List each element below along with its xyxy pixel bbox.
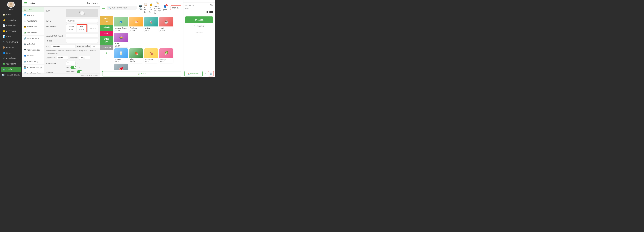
settings-nav-store[interactable]: 🏠 ร้านค้า [22,6,44,12]
cart-delete-btn[interactable]: 🗑️ [208,71,214,76]
nav-language-icon: 🌐 [24,14,26,16]
cart-header [184,0,214,3]
product-price-2: 175.00 [129,30,143,32]
product-card-1[interactable]: 🐟 กระปุกปลาผัดปลา 120.00 [114,17,128,32]
machine-id-input[interactable] [90,44,100,48]
sidebar-item-settings[interactable]: ⚙️ การตั้งค่า [1,67,21,72]
sidebar-item-report[interactable]: 📊 รายงาน [1,34,21,39]
cart-arrow-btn[interactable]: → [203,71,208,76]
cart-mode-label: ขายหน้าร้าน [184,24,214,28]
nav-advanced-icon: ⚙️ [24,60,26,63]
pos-body: สินค้า-นิยม เครื่องดื่ม cake เครื่องเทศ … [100,16,183,70]
cat-drink[interactable]: เครื่องดื่ม [100,25,113,31]
cat-machine[interactable]: เครื่องเทศ [100,36,113,45]
nav-channel-icon: 🔗 [24,37,26,40]
settings-title: การตั้งค่า [29,2,36,5]
settings-nav-channel[interactable]: 🔗 ช่องทางจำหน่าย [22,36,44,41]
close-time-input[interactable] [79,56,90,60]
search-input[interactable] [112,7,135,9]
product-card-4[interactable]: ☕ กาแฟ 120.00 [159,17,173,32]
settings-nav-display[interactable]: 🖥️ จอแสดงผลฝั่งลูกค้า [22,47,44,53]
settings-nav-advanced[interactable]: ⚙️ การตั้งค่าชั้นสูง [22,59,44,64]
allproducts-icon: 🛒 [2,57,5,60]
service-toggle[interactable] [77,70,82,73]
tax-split-label: แยก [66,66,69,69]
pos-id-label: POS ID [46,39,65,42]
nav-store-icon: 🏠 [24,8,26,11]
product-img-8: 🍗 [144,48,158,58]
tax-id-input[interactable] [66,34,98,38]
cart-empty-label: ไม่มีรายการ [184,28,214,37]
pos-discount-btn[interactable]: 🏷️ ส่วนลดท้ายบิล พักบิล & เรียกคืน [154,1,162,14]
cart-sell-btn[interactable]: 🏪 ขายหน้าร้าน [184,71,202,76]
sidebar-item-allproducts[interactable]: 🛒 สินค้าทั้งหมด [1,56,21,61]
close-time-label: เวลาปิดร้าน [69,56,78,59]
store-type-label: ประเภทร้านค้า [46,24,65,28]
settings-nav-printer[interactable]: 🖨️ เครื่องพิมพ์ [22,41,44,47]
open-time-input[interactable] [57,56,68,60]
sidebar-item-inventory[interactable]: 📦 คลังสินค้า [1,45,21,50]
branch-input[interactable] [51,44,76,48]
settings-nav-receipt[interactable]: 🧾 ใบเสร็จรับเงิน [22,18,44,24]
discount-icon: 🏷️ [156,1,160,5]
settings-nav-backup[interactable]: 💾 สำรอง&กู้คืน ข้อมูล [22,64,44,70]
refresh-icon[interactable]: 🔄 [2,74,4,76]
hamburger-menu[interactable] [24,2,27,4]
settings-nav-language[interactable]: 🌐 ตั้งค่าภาษา [22,12,44,18]
cat-add-btn[interactable]: + [100,50,113,56]
product-img-2: 🎂 [129,17,143,26]
product-card-5[interactable]: 🍲 ต้มจืด 120.00 [114,33,128,48]
sidebar-item-channel[interactable]: 🔗 ช่องทางจำหน่าย [1,39,21,45]
product-card-2[interactable]: 🎂 คัทเค้กtest 175.00 [129,17,143,32]
store-name-input[interactable] [66,19,98,23]
pos-order-btn[interactable]: 📋 คำสั่งซื้อ [144,2,148,13]
product-card-6[interactable]: 🥛 นม (Milk) 30.00 [114,48,128,63]
settings-nav-staff[interactable]: 👤 พนักงาน [22,53,44,59]
scan-button[interactable]: 📊 Scan [102,71,182,76]
settings-nav-sync[interactable]: 🔄 การเชื่อมต่อข้อมูล [22,70,44,74]
product-price-6: 30.00 [114,61,128,63]
pos-customer-btn[interactable]: 👤 ลูกค้า 1 [163,5,167,11]
tax-toggle[interactable] [70,66,76,69]
settings-nav-cash[interactable]: 💵 จัดการเงินสด [22,30,44,36]
product-img-10: 🥩 [114,64,128,70]
avatar [7,2,15,8]
logo-upload-area[interactable]: 🍽️ [66,9,98,18]
select-table-btn[interactable]: เลือกโต๊ะ [170,6,182,10]
sidebar-item-payment[interactable]: 💳 การชำระเงิน [1,28,21,34]
pos-search-bar[interactable]: 🔍 [106,6,137,10]
pos-openclose-btn[interactable]: 🔓 เปิดเลื่อนลัก [149,2,152,13]
sidebar-item-billing[interactable]: 📄 การจัดการบิล [1,23,21,28]
cat-popular[interactable]: สินค้า-นิยม [100,16,113,25]
product-card-8[interactable]: 🍗 ข้าวไก่แซ่บ 95.00 [144,48,158,63]
sidebar-item-finance[interactable]: 💵 จัดการเงินสด [1,61,21,66]
store-type-restaurant[interactable]: ร้านอาหาร [77,24,87,32]
pos-kiosk-btn[interactable]: 🖥️ Kiosk [139,5,142,11]
product-card-9[interactable]: 🥬 ผัดผักบุ้ง 70.00 [159,48,173,63]
admin-label: Admin [8,8,13,10]
product-card-3[interactable]: 🧋 ชาไทย 95.00 [144,17,158,32]
product-price-4: 120.00 [159,30,173,32]
product-card-7[interactable]: 🍖 สุกี้หมู 200.00 [129,48,143,63]
store-type-general[interactable]: ร้านค้าทั่วไป [66,24,76,32]
sidebar-item-sell[interactable]: 💰 ขายหน้าร้าน [1,18,21,23]
cat-cake[interactable]: cake [100,31,113,36]
product-price-3: 95.00 [144,30,158,32]
settings-nav-payment[interactable]: 💳 การชำระเงิน [22,24,44,30]
pay-button[interactable]: ชำระเงิน [185,16,213,23]
nav-staff-icon: 👤 [24,55,26,57]
pos-id-input[interactable] [66,39,98,43]
cat-uncategory[interactable]: Uncategory [100,45,113,50]
store-icon: 🏠 [2,13,5,16]
sidebar-item-customer[interactable]: 👥 ลูกค้า [1,50,21,56]
store-type-hotel[interactable]: โรงแรม [88,24,98,32]
form-row-tax: ภาษีมูลค่าเพิ่ม % แยก รวม [46,61,98,69]
tax-input[interactable] [66,61,76,65]
sidebar-item-store[interactable]: 🏠 ร้านค้า [1,12,21,17]
product-name-8: ข้าวไก่แซ่บ [144,58,158,61]
service-value-container: ไม่งานทุกบิล % [66,70,98,74]
product-name-7: สุกี้หมู [129,58,143,61]
logo-upload-placeholder[interactable]: 🍽️ [66,9,98,18]
pos-hamburger[interactable] [102,7,105,9]
product-card-10[interactable]: 🥩 หมูกรอบทอดกระเทียม 120.00 [114,64,128,70]
